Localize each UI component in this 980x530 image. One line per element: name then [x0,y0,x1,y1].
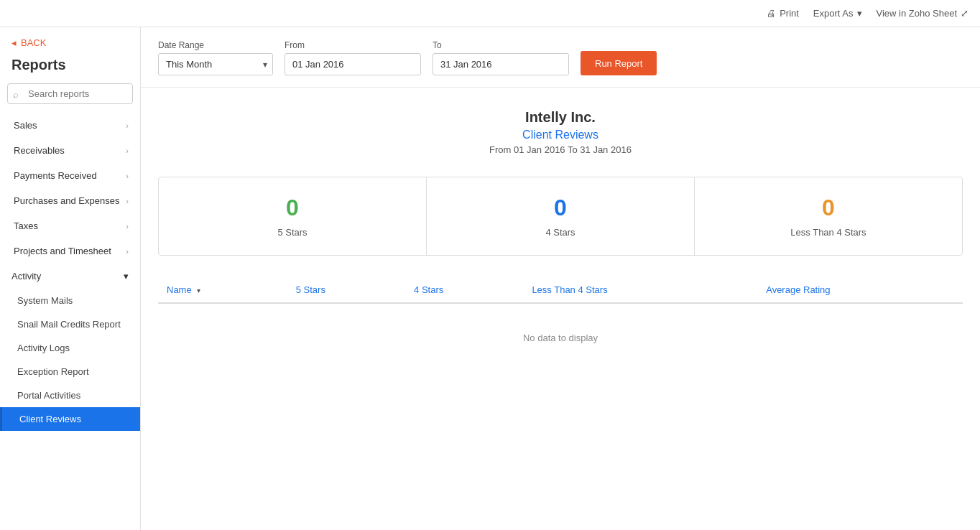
chevron-right-icon: › [126,222,129,231]
sales-label: Sales [14,120,37,131]
chevron-right-icon: › [126,247,129,256]
table-header-row: Name ▾ 5 Stars 4 Stars Less Than 4 Stars [158,277,963,303]
sidebar-item-receivables[interactable]: Receivables › [0,138,140,163]
sidebar-item-system-mails[interactable]: System Mails [0,289,140,312]
view-sheet-button[interactable]: View in Zoho Sheet ⤢ [877,8,969,19]
data-table-container: Name ▾ 5 Stars 4 Stars Less Than 4 Stars [158,277,963,372]
sidebar-search-container: ⌕ [7,83,133,104]
col-five-stars-label: 5 Stars [296,284,325,295]
from-date-group: From [285,40,421,75]
col-average-rating: Average Rating [757,277,963,303]
client-reviews-label: Client Reviews [19,414,81,424]
report-header: Intelly Inc. Client Reviews From 01 Jan … [158,109,963,155]
activity-logs-label: Activity Logs [17,343,70,353]
run-report-button[interactable]: Run Report [581,51,657,75]
col-average-rating-label: Average Rating [766,284,830,295]
less-than-four-label: Less Than 4 Stars [790,227,866,238]
print-label: Print [780,8,799,19]
five-stars-label: 5 Stars [277,227,307,238]
activity-label: Activity [11,271,41,282]
date-range-select[interactable]: This Month Last Month This Quarter Last … [158,53,273,75]
col-less-than-4-label: Less Than 4 Stars [532,284,607,295]
to-date-group: To [433,40,569,75]
four-stars-label: 4 Stars [545,227,575,238]
taxes-label: Taxes [14,220,38,231]
four-stars-value: 0 [554,195,567,221]
back-label: BACK [21,37,46,48]
less-than-four-card: 0 Less Than 4 Stars [695,177,962,255]
dropdown-icon: ▾ [857,8,862,19]
report-date-range: From 01 Jan 2016 To 31 Jan 2016 [158,144,963,155]
chevron-right-icon: › [126,197,129,205]
no-data-row: No data to display [158,303,963,372]
sidebar-item-activity-logs[interactable]: Activity Logs [0,336,140,360]
export-label: Export As [813,8,854,19]
export-button[interactable]: Export As ▾ [813,8,862,19]
stats-cards: 0 5 Stars 0 4 Stars 0 Less Than 4 Stars [158,177,963,256]
search-input[interactable] [7,83,133,104]
snail-mail-credits-label: Snail Mail Credits Report [17,319,121,330]
from-label: From [285,40,421,50]
report-body: Intelly Inc. Client Reviews From 01 Jan … [141,88,980,530]
projects-label: Projects and Timesheet [14,246,111,256]
payments-label: Payments Received [14,170,97,181]
four-stars-card: 0 4 Stars [427,177,695,255]
purchases-label: Purchases and Expenses [14,195,119,206]
col-four-stars-label: 4 Stars [414,284,443,295]
print-button[interactable]: 🖨 Print [767,8,799,19]
sidebar-item-client-reviews[interactable]: Client Reviews [0,407,140,431]
chevron-right-icon: › [126,147,129,155]
back-button[interactable]: ◂ BACK [0,27,140,54]
system-mails-label: System Mails [17,295,73,306]
chevron-right-icon: › [126,121,129,130]
date-range-label: Date Range [158,40,273,50]
col-less-than-4: Less Than 4 Stars [523,277,757,303]
sidebar-item-projects-timesheet[interactable]: Projects and Timesheet › [0,238,140,264]
five-stars-value: 0 [286,195,299,221]
receivables-label: Receivables [14,145,65,156]
sidebar: ◂ BACK Reports ⌕ Sales › Receivables › P… [0,27,141,530]
sort-icon: ▾ [197,287,200,294]
sidebar-item-sales[interactable]: Sales › [0,113,140,138]
print-icon: 🖨 [767,8,776,19]
sidebar-item-purchases-expenses[interactable]: Purchases and Expenses › [0,188,140,213]
data-table: Name ▾ 5 Stars 4 Stars Less Than 4 Stars [158,277,963,372]
search-icon: ⌕ [13,88,19,99]
report-filters: Date Range This Month Last Month This Qu… [141,27,980,88]
sidebar-item-portal-activities[interactable]: Portal Activities [0,383,140,407]
to-date-input[interactable] [433,53,569,75]
less-than-four-value: 0 [822,195,835,221]
sidebar-item-taxes[interactable]: Taxes › [0,213,140,238]
date-range-select-wrapper: This Month Last Month This Quarter Last … [158,53,273,75]
back-arrow-icon: ◂ [11,37,17,48]
sidebar-title: Reports [0,54,140,83]
col-name-label: Name [167,284,192,295]
date-range-group: Date Range This Month Last Month This Qu… [158,40,273,75]
sidebar-item-payments-received[interactable]: Payments Received › [0,163,140,188]
col-five-stars: 5 Stars [287,277,405,303]
sidebar-item-snail-mail-credits[interactable]: Snail Mail Credits Report [0,312,140,336]
col-four-stars: 4 Stars [405,277,523,303]
chevron-down-icon: ▾ [124,271,129,282]
exception-report-label: Exception Report [17,366,89,377]
from-date-input[interactable] [285,53,421,75]
no-data-message: No data to display [158,303,963,372]
view-sheet-label: View in Zoho Sheet [877,8,958,19]
main-content: Date Range This Month Last Month This Qu… [141,27,980,530]
chevron-right-icon: › [126,172,129,180]
top-toolbar: 🖨 Print Export As ▾ View in Zoho Sheet ⤢ [0,0,980,27]
col-name[interactable]: Name ▾ [158,277,287,303]
company-name: Intelly Inc. [158,109,963,126]
to-label: To [433,40,569,50]
report-name: Client Reviews [158,129,963,141]
sidebar-item-exception-report[interactable]: Exception Report [0,360,140,383]
five-stars-card: 0 5 Stars [159,177,427,255]
expand-icon: ⤢ [961,8,969,19]
portal-activities-label: Portal Activities [17,390,80,401]
sidebar-section-activity[interactable]: Activity ▾ [0,264,140,289]
